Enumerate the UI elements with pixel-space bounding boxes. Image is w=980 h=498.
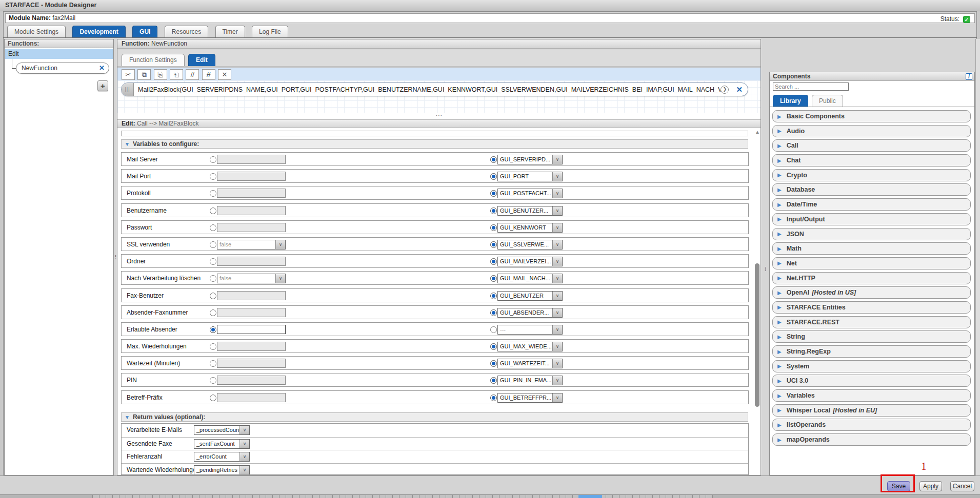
gui-variable-select[interactable]: GUI_MAIL_NACH... — [497, 274, 563, 283]
gui-variable-radio[interactable] — [490, 293, 497, 299]
paste-after-icon[interactable]: ⎗ — [170, 69, 183, 80]
manual-value-radio[interactable] — [210, 343, 216, 350]
component-category[interactable]: STARFACE.REST — [772, 316, 971, 328]
manual-value-radio[interactable] — [210, 224, 216, 231]
gui-variable-radio[interactable] — [490, 173, 497, 180]
gui-variable-select[interactable]: GUI_POSTFACHT... — [497, 189, 563, 198]
component-category[interactable]: OpenAI [Hosted in US] — [772, 286, 971, 299]
manual-value-radio[interactable] — [210, 293, 216, 299]
main-tab[interactable]: GUI — [132, 26, 157, 37]
drag-handle-icon[interactable]: ||| — [122, 83, 134, 96]
gui-variable-radio[interactable] — [490, 224, 497, 231]
page-scrollbar-track[interactable] — [975, 39, 980, 475]
manual-value-input[interactable] — [217, 172, 286, 181]
component-category[interactable]: System — [772, 360, 971, 372]
gui-variable-radio[interactable] — [490, 326, 497, 333]
manual-value-select[interactable]: false — [217, 274, 286, 283]
tab-public[interactable]: Public — [812, 95, 843, 107]
component-category[interactable]: STARFACE Entities — [772, 301, 971, 314]
gui-variable-radio[interactable] — [490, 258, 497, 265]
manual-value-radio[interactable] — [210, 395, 216, 401]
collapse-icon[interactable]: ▼ — [125, 414, 130, 420]
component-category[interactable]: UCI 3.0 — [772, 375, 971, 387]
return-variable-select[interactable]: _processedCount — [194, 425, 250, 435]
delete-block-icon[interactable]: ✕ — [218, 69, 231, 80]
manual-value-radio[interactable] — [210, 309, 216, 316]
gui-variable-radio[interactable] — [490, 343, 497, 350]
manual-value-input[interactable] — [217, 393, 286, 402]
manual-value-radio[interactable] — [210, 377, 216, 384]
manual-value-input[interactable] — [217, 325, 286, 334]
gui-variable-select[interactable]: GUI_MAX_WIEDE... — [497, 342, 563, 351]
pane-splitter[interactable]: ⋯ — [117, 113, 761, 119]
add-function-button[interactable]: + — [97, 80, 108, 91]
component-category[interactable]: listOperands — [772, 419, 971, 431]
right-splitter[interactable]: ⁞ — [761, 39, 769, 475]
info-icon[interactable]: i — [966, 73, 972, 80]
main-tab[interactable]: Development — [72, 26, 125, 37]
cancel-button[interactable]: Cancel — [950, 481, 974, 491]
component-category[interactable]: Variables — [772, 389, 971, 402]
manual-value-input[interactable] — [217, 257, 286, 266]
gui-variable-radio[interactable] — [490, 275, 497, 282]
gui-variable-select[interactable]: GUI_SSLVERWE... — [497, 240, 563, 250]
manual-value-radio[interactable] — [210, 258, 216, 265]
gui-variable-select[interactable]: GUI_PIN_IN_EMA... — [497, 376, 563, 385]
gui-variable-select[interactable]: GUI_MAILVERZEI... — [497, 257, 563, 266]
component-category[interactable]: Database — [772, 183, 971, 196]
scrollbar-thumb[interactable] — [755, 263, 759, 407]
components-search-input[interactable] — [773, 82, 849, 91]
gui-variable-radio[interactable] — [490, 395, 497, 401]
tab-library[interactable]: Library — [773, 95, 808, 107]
gui-variable-select[interactable]: --- — [497, 325, 563, 335]
gui-variable-select[interactable]: GUI_BENUTZER — [497, 291, 563, 301]
gui-variable-select[interactable]: GUI_BENUTZER... — [497, 206, 563, 216]
manual-value-input[interactable] — [217, 342, 286, 351]
manual-value-input[interactable] — [217, 291, 286, 300]
manual-value-input[interactable] — [217, 308, 286, 317]
component-category[interactable]: Net.HTTP — [772, 272, 971, 284]
gui-variable-radio[interactable] — [490, 208, 497, 214]
paste-before-icon[interactable]: ⎘ — [154, 69, 167, 80]
expand-block-icon[interactable]: ❯ — [721, 86, 729, 94]
save-button[interactable]: Save — [887, 481, 910, 491]
component-category[interactable]: String — [772, 330, 971, 343]
manual-value-radio[interactable] — [210, 173, 216, 180]
gui-variable-radio[interactable] — [490, 190, 497, 197]
manual-value-input[interactable] — [217, 376, 286, 385]
manual-value-radio[interactable] — [210, 208, 216, 214]
gui-variable-radio[interactable] — [490, 309, 497, 316]
manual-value-radio[interactable] — [210, 190, 216, 197]
cut-icon[interactable]: ✂ — [122, 69, 135, 80]
comment-icon[interactable]: // — [186, 69, 199, 80]
component-category[interactable]: Net — [772, 257, 971, 269]
main-tab[interactable]: Resources — [165, 26, 208, 37]
gui-variable-radio[interactable] — [490, 241, 497, 248]
component-category[interactable]: Audio — [772, 125, 971, 137]
return-variable-select[interactable]: _pendingRetries — [194, 465, 250, 475]
function-item-newfunction[interactable]: NewFunction ✕ — [16, 63, 109, 74]
component-category[interactable]: Math — [772, 242, 971, 255]
component-category[interactable]: Whisper Local [Hosted in EU] — [772, 404, 971, 417]
manual-value-radio[interactable] — [210, 275, 216, 282]
component-category[interactable]: JSON — [772, 228, 971, 240]
gui-variable-radio[interactable] — [490, 377, 497, 384]
delete-block-x-icon[interactable]: ✕ — [736, 85, 743, 94]
manual-value-radio[interactable] — [210, 156, 216, 163]
component-category[interactable]: String.RegExp — [772, 345, 971, 358]
status-checkbox[interactable]: ✓ — [963, 16, 970, 23]
return-variable-select[interactable]: _errorCount — [194, 452, 250, 462]
uncomment-icon[interactable]: // — [202, 69, 215, 80]
manual-value-radio[interactable] — [210, 360, 216, 367]
function-group-edit[interactable]: Edit — [5, 49, 113, 59]
manual-value-input[interactable] — [217, 189, 286, 198]
component-category[interactable]: Input/Output — [772, 213, 971, 225]
gui-variable-select[interactable]: GUI_ABSENDER... — [497, 308, 563, 318]
scroll-up-icon[interactable]: ▲ — [755, 129, 760, 135]
manual-value-input[interactable] — [217, 359, 286, 368]
manual-value-select[interactable]: false — [217, 240, 286, 250]
remove-function-icon[interactable]: ✕ — [99, 63, 105, 73]
tab-edit[interactable]: Edit — [188, 54, 215, 66]
component-category[interactable]: Basic Components — [772, 110, 971, 122]
manual-value-radio[interactable] — [210, 326, 216, 333]
